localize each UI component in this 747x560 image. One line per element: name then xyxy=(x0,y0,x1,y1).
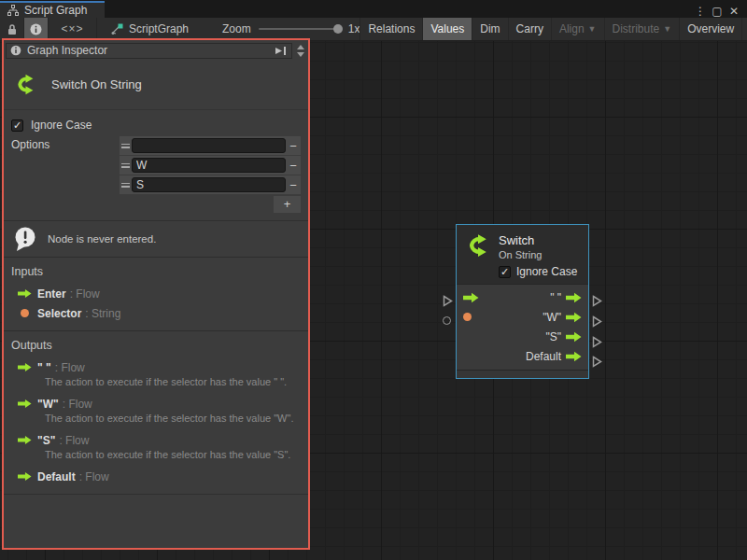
info-icon xyxy=(30,23,42,35)
input-pin-row: Selector : String xyxy=(11,303,299,323)
node-selector-port[interactable] xyxy=(463,313,482,321)
toolbar-button-relations[interactable]: Relations xyxy=(359,18,423,40)
inspector-title: Graph Inspector xyxy=(27,44,269,57)
node-footer xyxy=(457,370,588,378)
option-row: − xyxy=(120,156,301,175)
drag-handle-icon[interactable] xyxy=(120,163,132,168)
lock-button[interactable] xyxy=(0,18,24,40)
code-brackets-icon: <×> xyxy=(61,22,83,35)
external-value-input-port[interactable] xyxy=(443,316,451,325)
value-port-icon xyxy=(463,313,472,321)
zoom-value: 1x xyxy=(348,22,360,35)
code-preview-button[interactable]: <×> xyxy=(49,18,97,40)
switch-icon xyxy=(464,231,492,259)
inspector-toggle-button[interactable] xyxy=(24,18,49,40)
window-titlebar: Script Graph ⋮ ▢ ✕ xyxy=(0,0,747,18)
option-input-1[interactable] xyxy=(132,158,286,173)
window-close-icon[interactable]: ✕ xyxy=(726,5,741,18)
input-pin-row: Enter : Flow xyxy=(11,284,299,303)
node-output-port-row[interactable]: Default xyxy=(526,350,582,363)
toolbar-button-align[interactable]: Align ▼ xyxy=(552,18,605,40)
ignore-case-label: Ignore Case xyxy=(31,119,92,132)
tab-label: Script Graph xyxy=(24,4,87,17)
remove-option-button[interactable]: − xyxy=(286,178,301,192)
scroll-up-icon[interactable] xyxy=(297,45,304,49)
toolbar-button-overview[interactable]: Overview xyxy=(680,18,742,40)
flow-arrow-icon xyxy=(566,331,582,343)
node-subtitle: On String xyxy=(499,249,542,260)
external-output-port-2[interactable] xyxy=(592,315,602,330)
inputs-title: Inputs xyxy=(11,265,299,278)
drag-handle-icon[interactable] xyxy=(120,183,132,188)
zoom-slider[interactable] xyxy=(259,28,341,30)
drag-handle-icon[interactable] xyxy=(120,144,132,148)
dock-panel-icon[interactable] xyxy=(275,46,288,56)
output-pin-row: Default : Flow xyxy=(11,467,299,486)
flow-arrow-icon xyxy=(18,435,32,445)
graph-inspector-panel: Graph Inspector Switch On String ✓ Ignor… xyxy=(2,38,310,550)
output-pin-description: The action to execute if the selector ha… xyxy=(45,449,299,461)
node-output-port-row[interactable]: "S" xyxy=(545,330,582,343)
node-ignore-case-label: Ignore Case xyxy=(516,265,577,278)
zoom-label: Zoom xyxy=(222,22,251,35)
external-output-port-3[interactable] xyxy=(592,336,602,351)
scroll-down-icon[interactable] xyxy=(297,52,304,57)
output-pin-row: " " : Flow xyxy=(11,357,299,377)
graph-name-label: ScriptGraph xyxy=(129,22,189,35)
warning-text: Node is never entered. xyxy=(48,233,156,245)
toolbar-button-fullscreen[interactable]: Full Screen xyxy=(742,18,747,40)
flow-arrow-icon xyxy=(566,351,582,362)
switch-icon xyxy=(13,72,38,97)
external-flow-input-port[interactable] xyxy=(443,295,453,310)
toolbar-button-carry[interactable]: Carry xyxy=(509,18,552,40)
options-label: Options xyxy=(11,136,120,151)
lock-icon xyxy=(7,23,18,35)
node-output-port-row[interactable]: " " xyxy=(550,291,582,304)
divider xyxy=(4,494,308,495)
script-graph-icon xyxy=(110,22,123,35)
option-input-0[interactable] xyxy=(132,138,286,153)
flow-arrow-icon xyxy=(18,288,32,299)
switch-on-string-node[interactable]: Switch On String ✓ Ignore Case " " xyxy=(456,224,589,379)
inspector-header: Graph Inspector xyxy=(6,43,292,59)
toolbar-button-distribute[interactable]: Distribute ▼ xyxy=(605,18,681,40)
outputs-section: Outputs " " : Flow The action to execute… xyxy=(4,331,308,494)
window-maximize-icon[interactable]: ▢ xyxy=(710,5,725,18)
dropdown-arrow-icon: ▼ xyxy=(663,24,671,34)
node-enter-port[interactable] xyxy=(463,292,482,303)
dropdown-arrow-icon: ▼ xyxy=(588,24,597,34)
flow-arrow-icon xyxy=(566,292,582,303)
graph-breadcrumb[interactable]: ScriptGraph xyxy=(97,18,198,40)
outputs-title: Outputs xyxy=(11,339,299,352)
inputs-section: Inputs Enter : Flow Selector : String xyxy=(4,258,308,330)
node-output-port-row[interactable]: "W" xyxy=(543,311,582,324)
flow-arrow-icon xyxy=(18,362,32,372)
output-pin-row: "S" : Flow xyxy=(11,430,299,450)
ignore-case-checkbox[interactable]: ✓ xyxy=(11,119,23,132)
external-output-port-1[interactable] xyxy=(592,295,602,310)
node-ignore-case-checkbox[interactable]: ✓ xyxy=(499,266,511,278)
remove-option-button[interactable]: − xyxy=(286,159,301,173)
flow-arrow-icon xyxy=(566,312,582,323)
options-list: − − − + xyxy=(120,136,301,213)
toolbar-button-values[interactable]: Values xyxy=(423,18,472,40)
output-pin-description: The action to execute if the selector ha… xyxy=(45,376,299,388)
warning-bubble-icon xyxy=(13,226,38,252)
window-menu-icon[interactable]: ⋮ xyxy=(693,5,708,18)
add-option-button[interactable]: + xyxy=(274,196,301,213)
node-header[interactable]: Switch On String ✓ Ignore Case xyxy=(457,225,588,285)
option-row: − xyxy=(120,136,301,156)
flow-arrow-icon xyxy=(18,399,32,409)
node-body: " " "W" "S" xyxy=(457,285,588,370)
external-output-port-4[interactable] xyxy=(592,356,602,371)
node-title: Switch xyxy=(499,233,542,247)
output-pin-description: The action to execute if the selector ha… xyxy=(45,413,299,425)
zoom-slider-handle[interactable] xyxy=(333,24,343,34)
toolbar-button-dim[interactable]: Dim xyxy=(472,18,508,40)
option-row: − xyxy=(120,175,301,195)
option-input-2[interactable] xyxy=(132,177,286,192)
warning-banner: Node is never entered. xyxy=(4,221,308,257)
remove-option-button[interactable]: − xyxy=(286,139,301,153)
tab-script-graph[interactable]: Script Graph xyxy=(0,1,105,18)
value-port-icon xyxy=(21,309,29,317)
